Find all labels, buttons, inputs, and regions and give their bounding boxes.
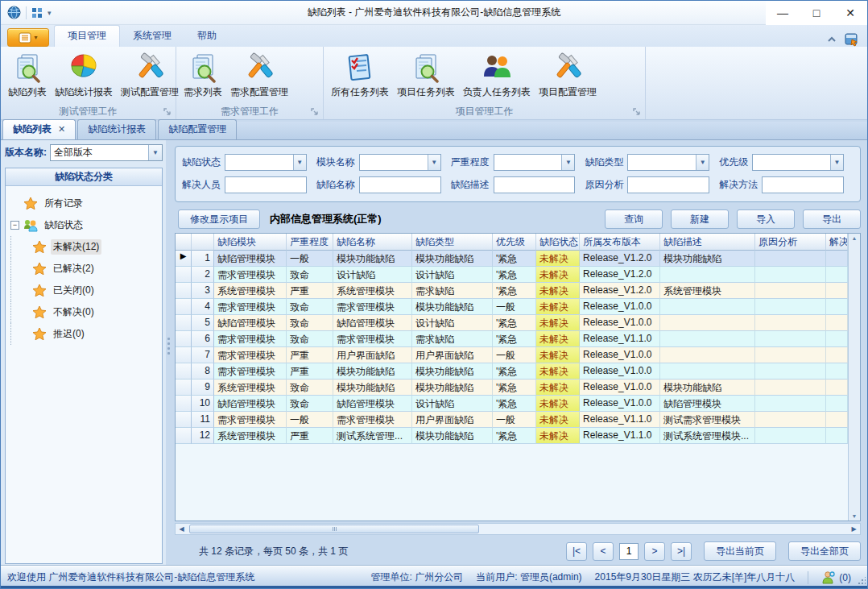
- table-row[interactable]: 7需求管理模块严重用户界面缺陷用户界面缺陷一般未解决Release_V1.0.0: [176, 347, 848, 363]
- column-header-所属发布版本[interactable]: 所属发布版本: [580, 234, 660, 251]
- table-row[interactable]: 9系统管理模块致命模块功能缺陷模块功能缺陷'紧急未解决Release_V1.0.…: [176, 380, 848, 396]
- tree-item-已解决(2)[interactable]: 已解决(2): [10, 258, 160, 280]
- column-header-缺陷类型[interactable]: 缺陷类型: [412, 234, 493, 251]
- page-number-input[interactable]: [619, 543, 639, 560]
- ribbon-button-需求列表[interactable]: 需求列表: [180, 50, 226, 101]
- chevron-down-icon[interactable]: ▼: [696, 155, 709, 170]
- close-tab-icon[interactable]: ✕: [58, 124, 65, 135]
- filter-field-value[interactable]: [360, 177, 440, 193]
- column-header-缺陷模块[interactable]: 缺陷模块: [214, 234, 287, 251]
- chevron-down-icon[interactable]: ▼: [830, 155, 843, 170]
- ribbon-button-项目配置管理[interactable]: 项目配置管理: [535, 50, 601, 101]
- version-select[interactable]: 全部版本 ▼: [50, 144, 163, 161]
- scroll-up-icon[interactable]: ▲: [852, 235, 858, 241]
- chevron-down-icon[interactable]: ▾: [48, 9, 52, 17]
- query-button[interactable]: 查询: [605, 209, 663, 229]
- filter-input-解决方法[interactable]: [762, 176, 844, 193]
- close-button[interactable]: ✕: [833, 1, 867, 25]
- filter-combo-缺陷状态[interactable]: ▼: [225, 154, 307, 171]
- dialog-launcher-icon[interactable]: [310, 107, 320, 117]
- table-row[interactable]: 2需求管理模块致命设计缺陷设计缺陷'紧急未解决Release_V1.2.0: [176, 267, 848, 283]
- tree-item-未解决(12)[interactable]: 未解决(12): [10, 236, 160, 258]
- filter-field-value[interactable]: [494, 177, 575, 193]
- doc-tab-缺陷统计报表[interactable]: 缺陷统计报表: [77, 119, 156, 139]
- ribbon-button-项目任务列表[interactable]: 项目任务列表: [393, 50, 459, 101]
- ribbon-tab-系统管理[interactable]: 系统管理: [120, 26, 184, 47]
- table-row[interactable]: 10缺陷管理模块致命缺陷管理模块设计缺陷'紧急未解决Release_V1.0.0…: [176, 396, 848, 412]
- filter-combo-严重程度[interactable]: ▼: [494, 154, 576, 171]
- new-button[interactable]: 新建: [671, 209, 729, 229]
- filter-field-value[interactable]: [763, 177, 843, 193]
- ribbon-tab-帮助[interactable]: 帮助: [184, 26, 229, 47]
- chevron-down-icon[interactable]: ▼: [428, 155, 440, 170]
- application-menu-button[interactable]: ▾: [7, 28, 49, 47]
- table-row[interactable]: 12系统管理模块严重测试系统管理...模块功能缺陷'紧急未解决Release_V…: [176, 428, 848, 444]
- minimize-button[interactable]: —: [766, 1, 800, 25]
- dialog-launcher-icon[interactable]: [163, 107, 172, 117]
- column-header-解决方法[interactable]: 解决方法: [826, 234, 848, 251]
- ribbon-button-所有任务列表[interactable]: 所有任务列表: [327, 50, 393, 101]
- filter-field-value[interactable]: [628, 177, 709, 193]
- last-page-button[interactable]: >|: [671, 542, 692, 561]
- vertical-scrollbar[interactable]: ▲ ▼: [848, 234, 860, 521]
- filter-input-解决人员[interactable]: [225, 176, 307, 193]
- filter-field-value[interactable]: [753, 155, 830, 170]
- doc-tab-缺陷配置管理[interactable]: 缺陷配置管理: [158, 119, 237, 139]
- filter-field-value[interactable]: [225, 177, 306, 193]
- doc-tab-缺陷列表[interactable]: 缺陷列表✕: [2, 119, 76, 139]
- filter-field-value[interactable]: [360, 155, 428, 170]
- ribbon-button-测试配置管理[interactable]: 测试配置管理: [117, 50, 183, 101]
- style-switch-icon[interactable]: [845, 32, 859, 47]
- scroll-down-icon[interactable]: ▼: [852, 513, 858, 519]
- ribbon-button-需求配置管理[interactable]: 需求配置管理: [226, 50, 292, 101]
- table-row[interactable]: 4需求管理模块致命需求管理模块模块功能缺陷一般未解决Release_V1.0.0: [176, 299, 848, 315]
- table-row[interactable]: 3系统管理模块严重系统管理模块需求缺陷'紧急未解决Release_V1.2.0系…: [176, 283, 848, 299]
- dialog-launcher-icon[interactable]: [632, 107, 642, 117]
- tree-item-不解决(0)[interactable]: 不解决(0): [10, 301, 160, 323]
- maximize-button[interactable]: □: [800, 1, 833, 25]
- modify-display-button[interactable]: 修改显示项目: [178, 209, 260, 229]
- tree-item-推迟(0)[interactable]: 推迟(0): [10, 323, 160, 345]
- table-row[interactable]: 11需求管理模块一般需求管理模块用户界面缺陷一般未解决Release_V1.1.…: [176, 412, 848, 428]
- tree-expander-icon[interactable]: −: [10, 221, 19, 230]
- column-header-缺陷状态[interactable]: 缺陷状态: [536, 234, 580, 251]
- scrollbar-thumb[interactable]: [189, 525, 479, 533]
- import-button[interactable]: 导入: [737, 209, 795, 229]
- filter-input-原因分析[interactable]: [627, 176, 709, 193]
- ribbon-tab-项目管理[interactable]: 项目管理: [54, 25, 120, 47]
- column-header-原因分析[interactable]: 原因分析: [755, 234, 826, 251]
- next-page-button[interactable]: >: [644, 542, 665, 561]
- horizontal-scrollbar[interactable]: ◀ ▶: [175, 523, 861, 535]
- filter-combo-模块名称[interactable]: ▼: [359, 154, 441, 171]
- column-header-优先级[interactable]: 优先级: [493, 234, 536, 251]
- chevron-down-icon[interactable]: ▼: [293, 155, 306, 170]
- export-button[interactable]: 导出: [803, 209, 861, 229]
- export-all-pages-button[interactable]: 导出全部页: [788, 541, 861, 561]
- scroll-right-icon[interactable]: ▶: [848, 524, 860, 534]
- column-header-严重程度[interactable]: 严重程度: [287, 234, 333, 251]
- table-row[interactable]: 5缺陷管理模块致命缺陷管理模块设计缺陷'紧急未解决Release_V1.0.0: [176, 315, 848, 331]
- prev-page-button[interactable]: <: [593, 542, 614, 561]
- filter-field-value[interactable]: [494, 155, 562, 170]
- ribbon-button-负责人任务列表[interactable]: 负责人任务列表: [459, 50, 535, 101]
- filter-field-value[interactable]: [628, 155, 696, 170]
- ribbon-button-缺陷列表[interactable]: 缺陷列表: [4, 50, 51, 101]
- table-row[interactable]: ▶1缺陷管理模块一般模块功能缺陷模块功能缺陷'紧急未解决Release_V1.2…: [176, 251, 848, 267]
- panel-splitter[interactable]: [166, 140, 172, 566]
- chevron-down-icon[interactable]: ▼: [561, 155, 574, 170]
- filter-combo-优先级[interactable]: ▼: [752, 154, 844, 171]
- table-row[interactable]: 6需求管理模块致命需求管理模块需求缺陷'紧急未解决Release_V1.1.0: [176, 331, 848, 347]
- filter-field-value[interactable]: [225, 155, 293, 170]
- export-current-page-button[interactable]: 导出当前页: [704, 541, 776, 561]
- ribbon-button-缺陷统计报表[interactable]: 缺陷统计报表: [51, 50, 117, 101]
- tree-item-缺陷状态[interactable]: −缺陷状态: [10, 214, 160, 236]
- first-page-button[interactable]: |<: [566, 542, 587, 561]
- filter-input-缺陷名称[interactable]: [359, 176, 441, 193]
- column-header-缺陷描述[interactable]: 缺陷描述: [660, 234, 755, 251]
- resize-grip[interactable]: [858, 577, 866, 585]
- table-row[interactable]: 8需求管理模块严重模块功能缺陷模块功能缺陷'紧急未解决Release_V1.0.…: [176, 363, 848, 380]
- filter-input-缺陷描述[interactable]: [494, 176, 576, 193]
- collapse-ribbon-icon[interactable]: [825, 33, 838, 46]
- filter-combo-缺陷类型[interactable]: ▼: [627, 154, 709, 171]
- scroll-left-icon[interactable]: ◀: [176, 524, 188, 534]
